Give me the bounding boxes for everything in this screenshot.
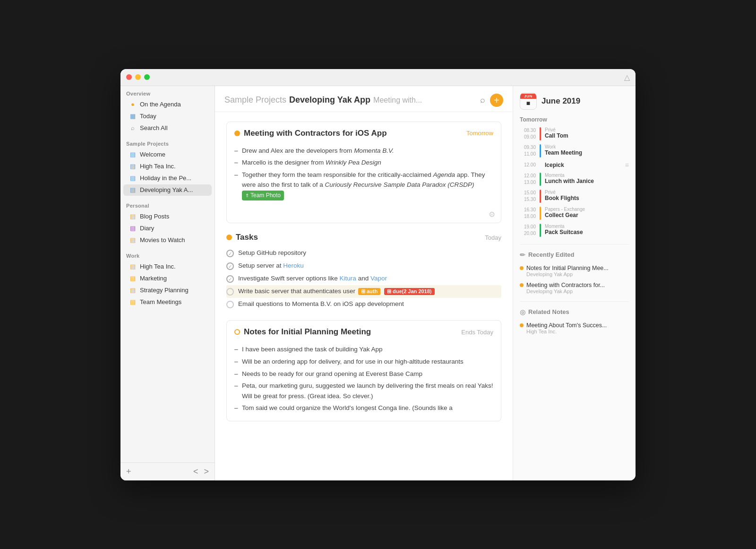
- page-icon: ▤: [129, 225, 137, 232]
- page-icon: ▤: [129, 174, 137, 182]
- event-category: Momenta: [545, 173, 594, 178]
- list-item: Peta, our marketing guru, suggested we l…: [234, 380, 493, 402]
- sidebar-item-movies-to-watch[interactable]: ▤ Movies to Watch: [123, 235, 212, 246]
- sidebar-item-welcome[interactable]: ▤ Welcome: [123, 149, 212, 160]
- task-checkbox[interactable]: [226, 275, 234, 283]
- tasks-date: Today: [485, 234, 501, 241]
- note-card-body: I have been assigned the task of buildin…: [227, 341, 501, 421]
- calendar-event[interactable]: 19.00 20.00 Momenta Pack Suitcase: [520, 222, 629, 238]
- event-name: Team Meeting: [545, 149, 582, 156]
- add-note-button[interactable]: +: [126, 467, 131, 477]
- kitura-link[interactable]: Kitura: [340, 275, 356, 282]
- calendar-event[interactable]: 15.00 15.30 Privé Book Flights: [520, 188, 629, 204]
- event-name: Icepick: [545, 162, 564, 168]
- event-info: Privé Call Tom: [545, 127, 568, 140]
- work-section: Work ▤ High Tea Inc. ▤ Marketing ▤ Strat…: [120, 248, 215, 310]
- sidebar-item-label: Movies to Watch: [140, 236, 185, 244]
- sidebar-item-label: Blog Posts: [140, 213, 169, 220]
- related-item-sub: High Tea Inc.: [520, 329, 629, 334]
- task-text: Investigate Swift server options like Ki…: [238, 275, 387, 282]
- tasks-section: Tasks Today Setup GitHub repository Setu…: [226, 233, 501, 311]
- sidebar-item-marketing[interactable]: ▤ Marketing: [123, 273, 212, 284]
- sidebar-item-team-meetings[interactable]: ▤ Team Meetings: [123, 296, 212, 308]
- close-button[interactable]: [126, 74, 132, 80]
- recent-item[interactable]: Meeting with Contractors for... Developi…: [520, 279, 629, 296]
- task-text: Setup server at Heroku: [238, 262, 304, 269]
- sidebar-item-label: Diary: [140, 225, 154, 232]
- sidebar-item-blog-posts[interactable]: ▤ Blog Posts: [123, 211, 212, 222]
- sidebar-item-diary[interactable]: ▤ Diary: [123, 223, 212, 234]
- calendar-event[interactable]: 12.00 13.00 Momenta Lunch with Janice: [520, 171, 629, 187]
- forward-button[interactable]: >: [204, 467, 209, 477]
- task-checkbox[interactable]: [226, 262, 234, 270]
- breadcrumb-parent: Sample Projects: [224, 95, 286, 105]
- note-card-date: Tomorrow: [466, 130, 493, 137]
- sidebar-item-on-the-agenda[interactable]: ● On the Agenda: [123, 99, 212, 110]
- sidebar-item-strategy-planning[interactable]: ▤ Strategy Planning: [123, 285, 212, 296]
- note-card-body: Drew and Alex are the developers from Mo…: [227, 143, 501, 209]
- sidebar-item-holiday[interactable]: ▤ Holiday in the Pe...: [123, 173, 212, 184]
- recent-item-sub: Developing Yak App: [520, 271, 629, 277]
- sidebar-item-search-all[interactable]: ⌕ Search All: [123, 122, 212, 134]
- event-times: 08.30 09.00: [520, 127, 536, 140]
- main-scroll[interactable]: Meeting with Contractors for iOS App Tom…: [215, 112, 513, 480]
- event-category: Work: [545, 144, 582, 149]
- vapor-link[interactable]: Vapor: [370, 275, 387, 282]
- gear-icon[interactable]: ⚙: [489, 210, 495, 219]
- recent-item[interactable]: Notes for Initial Planning Mee... Develo…: [520, 262, 629, 279]
- note-card-planning: Notes for Initial Planning Meeting Ends …: [226, 320, 501, 421]
- note-card-title: Meeting with Contractors for iOS App: [234, 129, 387, 138]
- event-info: Momenta Pack Suitcase: [545, 224, 583, 237]
- right-panel: JUN ■ June 2019 Tomorrow 08.30 09.00 Pri…: [513, 86, 636, 480]
- task-item: Write basic server that authenticates us…: [226, 285, 501, 298]
- page-icon: ▤: [129, 186, 137, 194]
- agenda-icon: ●: [129, 101, 137, 108]
- recent-item-title: Notes for Initial Planning Mee...: [520, 265, 629, 271]
- note-dot: [234, 329, 240, 335]
- breadcrumb-sub: Meeting with...: [373, 96, 422, 105]
- event-category: Privé: [545, 127, 568, 132]
- event-name: Lunch with Janice: [545, 178, 594, 184]
- overview-section: Overview ● On the Agenda ▦ Today ⌕ Searc…: [120, 86, 215, 136]
- page-icon: ▤: [129, 236, 137, 244]
- sidebar-item-developing-yak[interactable]: ▤ Developing Yak A...: [123, 184, 212, 196]
- event-category: Momenta: [545, 224, 583, 229]
- sidebar-item-label: Search All: [140, 124, 168, 131]
- calendar-event[interactable]: 08.30 09.00 Privé Call Tom: [520, 126, 629, 142]
- tasks-header: Tasks Today: [226, 233, 501, 242]
- event-name: Pack Suitcase: [545, 229, 583, 235]
- tasks-title: Tasks: [226, 233, 258, 242]
- sidebar-item-label: Developing Yak A...: [140, 186, 193, 193]
- task-checkbox[interactable]: [226, 301, 234, 308]
- event-action-icon: ≡: [625, 161, 629, 169]
- list-item: Needs to be ready for our grand opening …: [234, 368, 493, 380]
- personal-label: Personal: [120, 203, 215, 210]
- note-card-date: Ends Today: [461, 329, 493, 336]
- related-item-title: Meeting About Tom's Succes...: [520, 322, 629, 329]
- calendar-event[interactable]: 09.30 11.00 Work Team Meeting: [520, 143, 629, 159]
- sidebar-item-today[interactable]: ▦ Today: [123, 111, 212, 122]
- add-note-button[interactable]: +: [490, 94, 503, 107]
- task-checkbox[interactable]: [226, 288, 234, 296]
- event-info: Work Team Meeting: [545, 144, 582, 157]
- sample-projects-label: Sample Projects: [120, 141, 215, 148]
- event-name: Book Flights: [545, 195, 579, 201]
- traffic-lights: [126, 74, 150, 80]
- back-button[interactable]: <: [193, 467, 198, 477]
- heroku-link[interactable]: Heroku: [283, 262, 304, 269]
- related-item[interactable]: Meeting About Tom's Succes... High Tea I…: [520, 320, 629, 337]
- team-photo-tag[interactable]: Team Photo: [242, 191, 284, 200]
- maximize-button[interactable]: [144, 74, 150, 80]
- sidebar-nav-buttons: < >: [193, 467, 209, 477]
- event-info: Momenta Lunch with Janice: [545, 173, 594, 186]
- sidebar-item-high-tea-work[interactable]: ▤ High Tea Inc.: [123, 261, 212, 272]
- event-info: Papers - Exchange Collect Gear: [545, 207, 585, 220]
- minimize-button[interactable]: [135, 74, 141, 80]
- search-button[interactable]: ⌕: [480, 95, 485, 105]
- calendar-event[interactable]: 12.00 Icepick ≡: [520, 160, 629, 170]
- task-checkbox[interactable]: [226, 250, 234, 257]
- calendar-event[interactable]: 16.30 18.00 Papers - Exchange Collect Ge…: [520, 205, 629, 221]
- sidebar-item-high-tea[interactable]: ▤ High Tea Inc.: [123, 161, 212, 172]
- work-label: Work: [120, 253, 215, 261]
- related-notes-label: Related Notes: [528, 308, 569, 315]
